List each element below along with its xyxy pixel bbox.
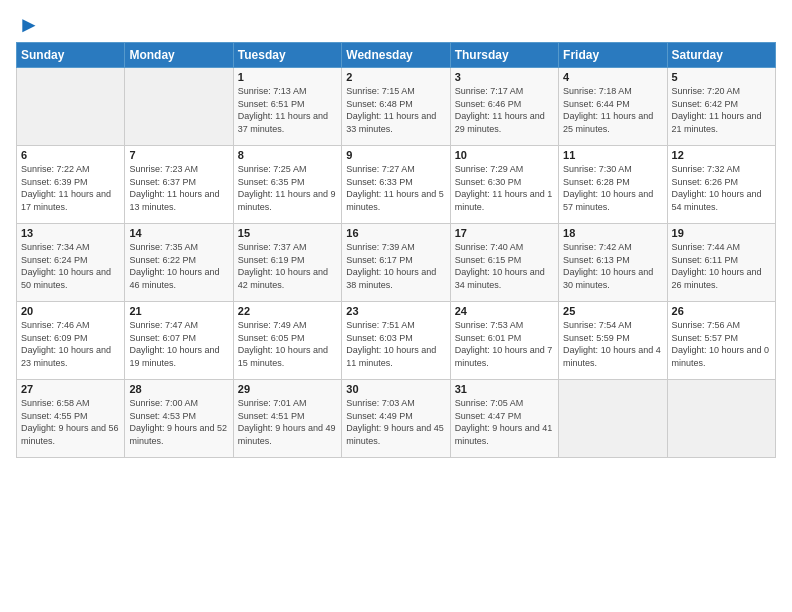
calendar-week-1: 1Sunrise: 7:13 AM Sunset: 6:51 PM Daylig… <box>17 68 776 146</box>
calendar-cell: 13Sunrise: 7:34 AM Sunset: 6:24 PM Dayli… <box>17 224 125 302</box>
day-number: 14 <box>129 227 228 239</box>
day-info: Sunrise: 7:42 AM Sunset: 6:13 PM Dayligh… <box>563 241 662 291</box>
day-number: 13 <box>21 227 120 239</box>
logo: ► <box>16 12 40 34</box>
header: ► <box>16 12 776 34</box>
calendar-cell: 21Sunrise: 7:47 AM Sunset: 6:07 PM Dayli… <box>125 302 233 380</box>
day-number: 22 <box>238 305 337 317</box>
day-info: Sunrise: 7:34 AM Sunset: 6:24 PM Dayligh… <box>21 241 120 291</box>
day-number: 18 <box>563 227 662 239</box>
calendar-week-3: 13Sunrise: 7:34 AM Sunset: 6:24 PM Dayli… <box>17 224 776 302</box>
calendar-cell: 5Sunrise: 7:20 AM Sunset: 6:42 PM Daylig… <box>667 68 775 146</box>
day-info: Sunrise: 7:27 AM Sunset: 6:33 PM Dayligh… <box>346 163 445 213</box>
calendar-cell <box>17 68 125 146</box>
page-container: ► SundayMondayTuesdayWednesdayThursdayFr… <box>0 0 792 466</box>
day-number: 9 <box>346 149 445 161</box>
day-info: Sunrise: 7:13 AM Sunset: 6:51 PM Dayligh… <box>238 85 337 135</box>
day-info: Sunrise: 7:23 AM Sunset: 6:37 PM Dayligh… <box>129 163 228 213</box>
day-number: 8 <box>238 149 337 161</box>
day-info: Sunrise: 7:18 AM Sunset: 6:44 PM Dayligh… <box>563 85 662 135</box>
day-number: 31 <box>455 383 554 395</box>
day-number: 11 <box>563 149 662 161</box>
weekday-header-sunday: Sunday <box>17 43 125 68</box>
calendar-cell: 22Sunrise: 7:49 AM Sunset: 6:05 PM Dayli… <box>233 302 341 380</box>
calendar-cell: 25Sunrise: 7:54 AM Sunset: 5:59 PM Dayli… <box>559 302 667 380</box>
calendar-cell: 12Sunrise: 7:32 AM Sunset: 6:26 PM Dayli… <box>667 146 775 224</box>
day-number: 25 <box>563 305 662 317</box>
day-number: 16 <box>346 227 445 239</box>
logo-bird-icon: ► <box>18 12 40 38</box>
calendar-cell: 18Sunrise: 7:42 AM Sunset: 6:13 PM Dayli… <box>559 224 667 302</box>
day-number: 12 <box>672 149 771 161</box>
day-number: 4 <box>563 71 662 83</box>
day-number: 27 <box>21 383 120 395</box>
calendar-cell: 1Sunrise: 7:13 AM Sunset: 6:51 PM Daylig… <box>233 68 341 146</box>
weekday-header-thursday: Thursday <box>450 43 558 68</box>
calendar-cell: 24Sunrise: 7:53 AM Sunset: 6:01 PM Dayli… <box>450 302 558 380</box>
calendar-cell: 29Sunrise: 7:01 AM Sunset: 4:51 PM Dayli… <box>233 380 341 458</box>
day-info: Sunrise: 7:46 AM Sunset: 6:09 PM Dayligh… <box>21 319 120 369</box>
day-number: 28 <box>129 383 228 395</box>
calendar-cell: 11Sunrise: 7:30 AM Sunset: 6:28 PM Dayli… <box>559 146 667 224</box>
calendar-cell: 31Sunrise: 7:05 AM Sunset: 4:47 PM Dayli… <box>450 380 558 458</box>
weekday-header-monday: Monday <box>125 43 233 68</box>
day-info: Sunrise: 6:58 AM Sunset: 4:55 PM Dayligh… <box>21 397 120 447</box>
day-info: Sunrise: 7:00 AM Sunset: 4:53 PM Dayligh… <box>129 397 228 447</box>
day-number: 1 <box>238 71 337 83</box>
day-number: 17 <box>455 227 554 239</box>
day-info: Sunrise: 7:30 AM Sunset: 6:28 PM Dayligh… <box>563 163 662 213</box>
day-info: Sunrise: 7:56 AM Sunset: 5:57 PM Dayligh… <box>672 319 771 369</box>
calendar-table: SundayMondayTuesdayWednesdayThursdayFrid… <box>16 42 776 458</box>
day-info: Sunrise: 7:40 AM Sunset: 6:15 PM Dayligh… <box>455 241 554 291</box>
calendar-cell: 16Sunrise: 7:39 AM Sunset: 6:17 PM Dayli… <box>342 224 450 302</box>
calendar-cell: 10Sunrise: 7:29 AM Sunset: 6:30 PM Dayli… <box>450 146 558 224</box>
calendar-week-4: 20Sunrise: 7:46 AM Sunset: 6:09 PM Dayli… <box>17 302 776 380</box>
calendar-cell: 27Sunrise: 6:58 AM Sunset: 4:55 PM Dayli… <box>17 380 125 458</box>
day-number: 29 <box>238 383 337 395</box>
day-number: 2 <box>346 71 445 83</box>
day-number: 24 <box>455 305 554 317</box>
calendar-cell: 2Sunrise: 7:15 AM Sunset: 6:48 PM Daylig… <box>342 68 450 146</box>
day-number: 30 <box>346 383 445 395</box>
day-number: 15 <box>238 227 337 239</box>
day-info: Sunrise: 7:54 AM Sunset: 5:59 PM Dayligh… <box>563 319 662 369</box>
calendar-cell: 15Sunrise: 7:37 AM Sunset: 6:19 PM Dayli… <box>233 224 341 302</box>
calendar-week-2: 6Sunrise: 7:22 AM Sunset: 6:39 PM Daylig… <box>17 146 776 224</box>
day-number: 21 <box>129 305 228 317</box>
day-info: Sunrise: 7:53 AM Sunset: 6:01 PM Dayligh… <box>455 319 554 369</box>
calendar-cell <box>125 68 233 146</box>
calendar-week-5: 27Sunrise: 6:58 AM Sunset: 4:55 PM Dayli… <box>17 380 776 458</box>
calendar-cell <box>559 380 667 458</box>
weekday-header-saturday: Saturday <box>667 43 775 68</box>
day-number: 26 <box>672 305 771 317</box>
calendar-cell: 30Sunrise: 7:03 AM Sunset: 4:49 PM Dayli… <box>342 380 450 458</box>
day-info: Sunrise: 7:29 AM Sunset: 6:30 PM Dayligh… <box>455 163 554 213</box>
weekday-header-tuesday: Tuesday <box>233 43 341 68</box>
weekday-header-row: SundayMondayTuesdayWednesdayThursdayFrid… <box>17 43 776 68</box>
day-number: 5 <box>672 71 771 83</box>
calendar-cell: 20Sunrise: 7:46 AM Sunset: 6:09 PM Dayli… <box>17 302 125 380</box>
day-info: Sunrise: 7:37 AM Sunset: 6:19 PM Dayligh… <box>238 241 337 291</box>
day-info: Sunrise: 7:39 AM Sunset: 6:17 PM Dayligh… <box>346 241 445 291</box>
day-info: Sunrise: 7:25 AM Sunset: 6:35 PM Dayligh… <box>238 163 337 213</box>
calendar-cell: 26Sunrise: 7:56 AM Sunset: 5:57 PM Dayli… <box>667 302 775 380</box>
weekday-header-friday: Friday <box>559 43 667 68</box>
calendar-cell: 23Sunrise: 7:51 AM Sunset: 6:03 PM Dayli… <box>342 302 450 380</box>
day-info: Sunrise: 7:01 AM Sunset: 4:51 PM Dayligh… <box>238 397 337 447</box>
day-info: Sunrise: 7:17 AM Sunset: 6:46 PM Dayligh… <box>455 85 554 135</box>
day-number: 19 <box>672 227 771 239</box>
day-number: 20 <box>21 305 120 317</box>
day-info: Sunrise: 7:20 AM Sunset: 6:42 PM Dayligh… <box>672 85 771 135</box>
day-info: Sunrise: 7:05 AM Sunset: 4:47 PM Dayligh… <box>455 397 554 447</box>
day-info: Sunrise: 7:44 AM Sunset: 6:11 PM Dayligh… <box>672 241 771 291</box>
day-info: Sunrise: 7:03 AM Sunset: 4:49 PM Dayligh… <box>346 397 445 447</box>
day-info: Sunrise: 7:32 AM Sunset: 6:26 PM Dayligh… <box>672 163 771 213</box>
calendar-cell: 8Sunrise: 7:25 AM Sunset: 6:35 PM Daylig… <box>233 146 341 224</box>
logo-text: ► <box>16 12 40 38</box>
calendar-cell: 19Sunrise: 7:44 AM Sunset: 6:11 PM Dayli… <box>667 224 775 302</box>
day-info: Sunrise: 7:51 AM Sunset: 6:03 PM Dayligh… <box>346 319 445 369</box>
day-number: 6 <box>21 149 120 161</box>
calendar-cell: 3Sunrise: 7:17 AM Sunset: 6:46 PM Daylig… <box>450 68 558 146</box>
calendar-cell: 14Sunrise: 7:35 AM Sunset: 6:22 PM Dayli… <box>125 224 233 302</box>
calendar-header: SundayMondayTuesdayWednesdayThursdayFrid… <box>17 43 776 68</box>
